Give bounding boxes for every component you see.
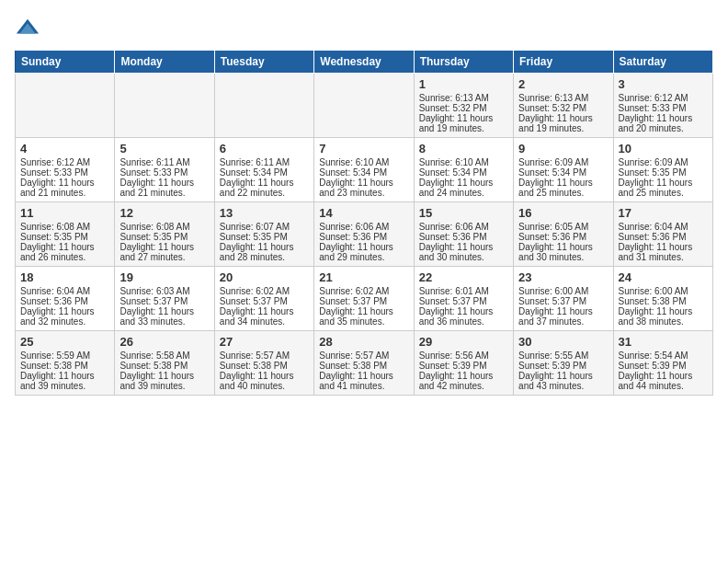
calendar-cell: 22Sunrise: 6:01 AMSunset: 5:37 PMDayligh… bbox=[414, 267, 513, 331]
calendar-cell: 9Sunrise: 6:09 AMSunset: 5:34 PMDaylight… bbox=[514, 138, 613, 202]
day-info: Daylight: 11 hours and 37 minutes. bbox=[518, 306, 608, 327]
day-info: Sunset: 5:36 PM bbox=[419, 232, 508, 242]
calendar-cell: 17Sunrise: 6:04 AMSunset: 5:36 PMDayligh… bbox=[613, 202, 712, 267]
calendar-cell: 8Sunrise: 6:10 AMSunset: 5:34 PMDaylight… bbox=[414, 138, 513, 202]
calendar-cell: 7Sunrise: 6:10 AMSunset: 5:34 PMDaylight… bbox=[314, 138, 414, 202]
day-number: 17 bbox=[619, 206, 708, 220]
day-number: 18 bbox=[20, 270, 109, 284]
day-info: Daylight: 11 hours and 22 minutes. bbox=[220, 178, 309, 198]
calendar-week-4: 18Sunrise: 6:04 AMSunset: 5:36 PMDayligh… bbox=[16, 267, 713, 331]
calendar-cell: 20Sunrise: 6:02 AMSunset: 5:37 PMDayligh… bbox=[214, 267, 313, 331]
day-info: Sunrise: 6:10 AM bbox=[319, 157, 408, 167]
calendar-cell: 13Sunrise: 6:07 AMSunset: 5:35 PMDayligh… bbox=[214, 202, 313, 267]
day-info: Sunset: 5:35 PM bbox=[220, 232, 309, 242]
day-info: Sunrise: 6:09 AM bbox=[518, 157, 608, 167]
calendar-week-2: 4Sunrise: 6:12 AMSunset: 5:33 PMDaylight… bbox=[16, 138, 713, 202]
day-info: Daylight: 11 hours and 21 minutes. bbox=[119, 178, 209, 198]
day-info: Sunset: 5:39 PM bbox=[419, 361, 508, 371]
day-number: 11 bbox=[20, 206, 109, 220]
day-info: Sunrise: 6:12 AM bbox=[619, 93, 708, 103]
day-info: Sunset: 5:35 PM bbox=[119, 232, 209, 242]
day-number: 30 bbox=[518, 335, 608, 349]
day-info: Sunset: 5:36 PM bbox=[518, 232, 608, 242]
calendar-cell: 4Sunrise: 6:12 AMSunset: 5:33 PMDaylight… bbox=[16, 138, 115, 202]
day-number: 20 bbox=[220, 270, 309, 284]
day-number: 8 bbox=[419, 142, 508, 155]
day-info: Daylight: 11 hours and 19 minutes. bbox=[518, 113, 608, 133]
day-header-friday: Friday bbox=[514, 51, 613, 74]
day-info: Sunset: 5:37 PM bbox=[319, 296, 408, 306]
day-number: 7 bbox=[319, 142, 408, 155]
day-info: Daylight: 11 hours and 31 minutes. bbox=[619, 242, 708, 262]
day-info: Daylight: 11 hours and 39 minutes. bbox=[119, 371, 209, 391]
calendar-cell: 27Sunrise: 5:57 AMSunset: 5:38 PMDayligh… bbox=[214, 331, 313, 396]
day-info: Sunset: 5:38 PM bbox=[119, 361, 209, 371]
day-info: Daylight: 11 hours and 39 minutes. bbox=[20, 371, 109, 391]
calendar-week-1: 1Sunrise: 6:13 AMSunset: 5:32 PMDaylight… bbox=[16, 74, 713, 138]
day-info: Daylight: 11 hours and 35 minutes. bbox=[319, 306, 408, 327]
day-info: Sunrise: 6:06 AM bbox=[419, 222, 508, 232]
day-header-saturday: Saturday bbox=[613, 51, 712, 74]
day-info: Sunrise: 6:10 AM bbox=[419, 157, 508, 167]
day-header-sunday: Sunday bbox=[16, 51, 115, 74]
day-info: Daylight: 11 hours and 27 minutes. bbox=[119, 242, 209, 262]
day-info: Sunset: 5:36 PM bbox=[20, 296, 109, 306]
day-info: Sunrise: 6:12 AM bbox=[20, 157, 109, 167]
calendar-cell: 24Sunrise: 6:00 AMSunset: 5:38 PMDayligh… bbox=[613, 267, 712, 331]
day-info: Sunset: 5:34 PM bbox=[319, 167, 408, 178]
day-info: Sunrise: 6:07 AM bbox=[220, 222, 309, 232]
day-info: Daylight: 11 hours and 30 minutes. bbox=[419, 242, 508, 262]
day-info: Daylight: 11 hours and 30 minutes. bbox=[518, 242, 608, 262]
day-info: Sunrise: 5:57 AM bbox=[319, 350, 408, 361]
calendar-cell: 16Sunrise: 6:05 AMSunset: 5:36 PMDayligh… bbox=[514, 202, 613, 267]
day-info: Daylight: 11 hours and 40 minutes. bbox=[220, 371, 309, 391]
day-number: 6 bbox=[220, 142, 309, 155]
day-info: Sunset: 5:34 PM bbox=[518, 167, 608, 178]
day-header-tuesday: Tuesday bbox=[214, 51, 313, 74]
day-info: Sunset: 5:38 PM bbox=[619, 296, 708, 306]
calendar-cell bbox=[214, 74, 313, 138]
calendar-cell: 18Sunrise: 6:04 AMSunset: 5:36 PMDayligh… bbox=[16, 267, 115, 331]
day-number: 2 bbox=[518, 77, 608, 91]
calendar-cell bbox=[314, 74, 414, 138]
day-info: Daylight: 11 hours and 23 minutes. bbox=[319, 178, 408, 198]
calendar-cell: 25Sunrise: 5:59 AMSunset: 5:38 PMDayligh… bbox=[16, 331, 115, 396]
day-number: 3 bbox=[619, 77, 708, 91]
day-header-thursday: Thursday bbox=[414, 51, 513, 74]
day-info: Daylight: 11 hours and 25 minutes. bbox=[518, 178, 608, 198]
day-info: Daylight: 11 hours and 21 minutes. bbox=[20, 178, 109, 198]
day-info: Daylight: 11 hours and 26 minutes. bbox=[20, 242, 109, 262]
calendar-cell: 14Sunrise: 6:06 AMSunset: 5:36 PMDayligh… bbox=[314, 202, 414, 267]
day-number: 19 bbox=[119, 270, 209, 284]
day-info: Sunset: 5:37 PM bbox=[119, 296, 209, 306]
day-info: Sunset: 5:39 PM bbox=[518, 361, 608, 371]
day-number: 31 bbox=[619, 335, 708, 349]
day-info: Sunrise: 5:55 AM bbox=[518, 350, 608, 361]
calendar-table: SundayMondayTuesdayWednesdayThursdayFrid… bbox=[15, 50, 713, 396]
logo-icon bbox=[15, 15, 40, 40]
day-info: Daylight: 11 hours and 25 minutes. bbox=[619, 178, 708, 198]
calendar-cell: 12Sunrise: 6:08 AMSunset: 5:35 PMDayligh… bbox=[115, 202, 214, 267]
day-info: Sunset: 5:35 PM bbox=[619, 167, 708, 178]
calendar-cell: 15Sunrise: 6:06 AMSunset: 5:36 PMDayligh… bbox=[414, 202, 513, 267]
page-header bbox=[15, 15, 713, 40]
day-info: Sunrise: 6:06 AM bbox=[319, 222, 408, 232]
days-header-row: SundayMondayTuesdayWednesdayThursdayFrid… bbox=[16, 51, 713, 74]
calendar-cell: 10Sunrise: 6:09 AMSunset: 5:35 PMDayligh… bbox=[613, 138, 712, 202]
day-info: Sunrise: 6:02 AM bbox=[319, 286, 408, 296]
day-info: Daylight: 11 hours and 41 minutes. bbox=[319, 371, 408, 391]
day-header-wednesday: Wednesday bbox=[314, 51, 414, 74]
day-info: Daylight: 11 hours and 29 minutes. bbox=[319, 242, 408, 262]
day-info: Daylight: 11 hours and 19 minutes. bbox=[419, 113, 508, 133]
day-info: Sunset: 5:32 PM bbox=[518, 103, 608, 113]
day-info: Daylight: 11 hours and 28 minutes. bbox=[220, 242, 309, 262]
day-number: 9 bbox=[518, 142, 608, 155]
day-info: Sunrise: 6:03 AM bbox=[119, 286, 209, 296]
day-number: 26 bbox=[119, 335, 209, 349]
day-info: Sunset: 5:33 PM bbox=[20, 167, 109, 178]
day-info: Daylight: 11 hours and 20 minutes. bbox=[619, 113, 708, 133]
day-number: 25 bbox=[20, 335, 109, 349]
day-info: Sunset: 5:37 PM bbox=[518, 296, 608, 306]
logo bbox=[15, 15, 44, 40]
calendar-cell: 23Sunrise: 6:00 AMSunset: 5:37 PMDayligh… bbox=[514, 267, 613, 331]
